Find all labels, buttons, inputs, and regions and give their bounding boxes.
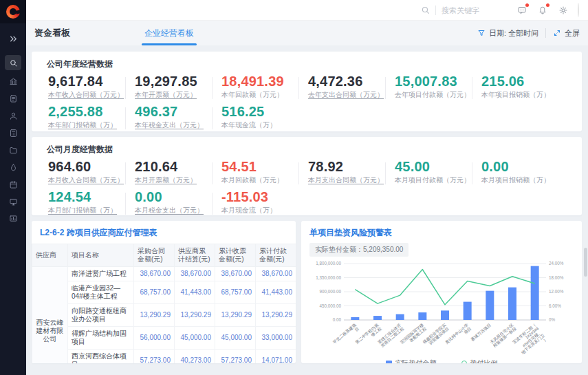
- sidebar-item-user[interactable]: [5, 109, 21, 122]
- project-name-cell: 得辉广场结构加固项目: [68, 327, 134, 350]
- legend-bar-series[interactable]: 实际垫付金额: [386, 358, 437, 363]
- monthly-kpi-card: 公司月度经营数据 964.60本月收入合同额（万元）210.64本月开票额（万元…: [32, 137, 582, 215]
- stat-cell: 0.00本月税金支出（万元）: [133, 190, 220, 215]
- stat-value: 19,297.85: [135, 74, 220, 89]
- left-axis-tick: 1,800,000.00: [316, 261, 341, 266]
- table-header-row: 供应商项目名称采购合同金额(元)供应商累计结算(元)累计收票金额(元)累计付款金…: [32, 244, 296, 267]
- bar[interactable]: [464, 302, 472, 320]
- project-name-cell: 向阳路交通枢纽商业办公项目: [68, 304, 134, 327]
- amount-cell[interactable]: 13,290.29: [175, 304, 215, 327]
- line-series[interactable]: [355, 270, 534, 305]
- yearly-kpi-card: 公司年度经营数据 9,617.84本年收入合同额（万元）19,297.85本年开…: [32, 52, 582, 131]
- amount-cell[interactable]: 68,757.00: [215, 281, 256, 304]
- amount-cell[interactable]: 57,273.00: [215, 350, 256, 364]
- stat-label[interactable]: 去年支出合同额（万元）: [308, 91, 393, 99]
- amount-cell[interactable]: 13,290.29: [215, 304, 256, 327]
- amount-cell[interactable]: 45,000.00: [215, 327, 256, 350]
- gear-button[interactable]: [558, 6, 568, 15]
- bar[interactable]: [441, 310, 449, 320]
- stat-label: 本月项目付款额（万元）: [395, 176, 480, 184]
- amount-cell[interactable]: 40,273.00: [175, 350, 215, 364]
- sidebar-item-calendar[interactable]: [5, 178, 21, 191]
- stat-label[interactable]: 本月开票额（万元）: [135, 176, 220, 184]
- supplier-cell: 西安云峰建材有限公司: [32, 267, 68, 364]
- stat-value: 45.00: [395, 160, 480, 174]
- project-name-cell: 西京河西综合体项目: [68, 350, 134, 364]
- stat-cell: 9,617.84本年收入合同额（万元）: [47, 74, 133, 99]
- amount-cell[interactable]: 14,071.00: [256, 350, 296, 364]
- stat-label[interactable]: 本月税金支出（万元）: [135, 206, 220, 215]
- avatar[interactable]: [578, 3, 579, 17]
- sidebar-item-bank[interactable]: [5, 75, 21, 87]
- app-logo[interactable]: [0, 0, 26, 23]
- supplier-payable-card: L2-6-2 跨项目供应商应付管理表 供应商项目名称采购合同金额(元)供应商累计…: [32, 221, 296, 363]
- stat-cell: 964.60本月收入合同额（万元）: [47, 160, 133, 184]
- stat-label[interactable]: 本年税金支出（万元）: [135, 121, 220, 129]
- amount-cell[interactable]: 38,670.00: [215, 267, 256, 281]
- right-axis-tick: 12.00%: [549, 289, 564, 294]
- amount-cell[interactable]: 33,000.00: [256, 327, 296, 350]
- sidebar-item-search[interactable]: [5, 55, 21, 70]
- amount-cell[interactable]: 57,273.00: [134, 350, 175, 364]
- top-header: [26, 0, 588, 21]
- legend-label: 实际垫付金额: [395, 358, 437, 363]
- right-axis-tick: 24.00%: [549, 261, 564, 266]
- bar[interactable]: [531, 266, 539, 320]
- tab-enterprise-board[interactable]: 企业经营看板: [138, 21, 201, 45]
- sidebar-item-monitor[interactable]: [5, 195, 21, 208]
- bar[interactable]: [373, 316, 382, 320]
- stat-cell: 215.06本年项目报销额（万）: [480, 74, 567, 99]
- sidebar-item-document[interactable]: [5, 92, 21, 105]
- tab-bar: 资金看板 企业经营看板 日期: 全部时间 全屏: [26, 21, 588, 45]
- stat-cell: 516.25本年现金流（万）: [220, 105, 307, 129]
- bar[interactable]: [418, 312, 426, 320]
- expand-icon: [553, 29, 561, 37]
- message-button[interactable]: [517, 6, 527, 15]
- amount-cell[interactable]: 13,290.29: [256, 304, 296, 327]
- sidebar-item-folder[interactable]: [5, 144, 21, 156]
- stat-value: 78.92: [308, 160, 393, 174]
- sidebar-item-droplet[interactable]: [5, 161, 21, 173]
- stat-label[interactable]: 本年收入合同额（万元）: [48, 91, 133, 99]
- amount-cell[interactable]: 56,000.00: [134, 327, 175, 350]
- stat-label: 本年现金流（万）: [221, 121, 307, 129]
- stat-label[interactable]: 本年部门报销额（万）: [48, 121, 133, 129]
- chart-subtitle-badge: 实际垫付金额：5,209,350.00: [309, 243, 409, 257]
- bell-button[interactable]: [538, 6, 547, 15]
- bar[interactable]: [486, 291, 494, 320]
- amount-cell[interactable]: 13,290.29: [134, 304, 175, 327]
- global-search[interactable]: [421, 6, 517, 15]
- x-axis-label: 宝波学府二期（1#2#3#4#5#住宅楼、地下车库及门卫）: [512, 322, 549, 359]
- table-header-cell: 供应商: [32, 244, 68, 267]
- amount-cell[interactable]: 68,757.00: [134, 281, 175, 304]
- stat-label[interactable]: 本月收入合同额（万元）: [48, 176, 133, 184]
- bar[interactable]: [351, 317, 359, 320]
- sidebar-item-chart[interactable]: [5, 213, 21, 225]
- page-scrollbar[interactable]: [584, 248, 587, 277]
- sidebar-item-calculator[interactable]: [5, 127, 21, 139]
- table-row: 西安云峰建材有限公司南洋进贤广场工程38,670.0038,670.0038,6…: [32, 267, 296, 281]
- date-filter[interactable]: 日期: 全部时间: [477, 28, 538, 39]
- right-axis-tick: 18.00%: [549, 275, 564, 280]
- amount-cell[interactable]: 41,443.00: [256, 281, 296, 304]
- amount-cell[interactable]: 38,670.00: [134, 267, 175, 281]
- bar[interactable]: [396, 314, 404, 320]
- user-icon: [9, 111, 18, 120]
- stat-value: 210.64: [135, 160, 220, 174]
- amount-cell[interactable]: 45,000.00: [175, 327, 215, 350]
- amount-cell[interactable]: 38,670.00: [256, 267, 296, 281]
- stat-label[interactable]: 本月支出合同额（万元）: [308, 176, 393, 184]
- legend-line-series[interactable]: 垫付比例: [461, 358, 498, 363]
- logo-c-icon: [6, 5, 20, 19]
- amount-cell[interactable]: 41,443.00: [175, 281, 215, 304]
- bar[interactable]: [508, 288, 516, 320]
- stat-label[interactable]: 本月部门报销额（万）: [48, 206, 133, 215]
- search-input[interactable]: [442, 6, 517, 14]
- sidebar-expand-icon[interactable]: [9, 32, 18, 45]
- stat-label[interactable]: 本年开票额（万元）: [135, 91, 220, 99]
- amount-cell[interactable]: 38,670.00: [175, 267, 215, 281]
- table-row: 西京河西综合体项目57,273.0040,273.0057,273.0014,0…: [32, 350, 296, 364]
- bar-line-chart[interactable]: 0.000%450,000.006.00%900,000.0012.00%1,3…: [309, 258, 574, 360]
- fullscreen-button[interactable]: 全屏: [553, 28, 580, 39]
- document-icon: [9, 94, 18, 103]
